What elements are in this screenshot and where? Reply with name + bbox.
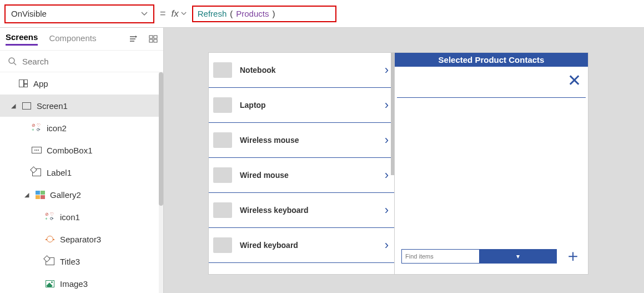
fx-label[interactable]: fx xyxy=(172,8,187,19)
screen-icon xyxy=(22,102,31,110)
gallery-item[interactable]: Notebook › xyxy=(209,53,394,88)
tree-search[interactable] xyxy=(0,50,163,72)
tree-options-icon[interactable] xyxy=(129,35,138,43)
tree-panel: Screens Components App ◢ xyxy=(0,28,164,293)
tab-components[interactable]: Components xyxy=(49,33,96,45)
gallery-item[interactable]: Wireless mouse › xyxy=(209,123,394,158)
design-canvas[interactable]: Notebook › Laptop › Wireless mouse › Wir… xyxy=(164,28,644,293)
tree-view: App ◢ Screen1 ⊘♡+⟳ icon2 ComboBox1 Label… xyxy=(0,72,163,293)
tree-item-combobox1[interactable]: ComboBox1 xyxy=(0,139,163,161)
chevron-right-icon[interactable]: › xyxy=(385,133,389,147)
combobox-placeholder: Find items xyxy=(402,253,479,260)
product-thumb xyxy=(213,97,232,113)
svg-rect-3 xyxy=(154,39,157,42)
app-icon xyxy=(19,80,28,87)
detail-header: Selected Product Contacts xyxy=(395,53,588,67)
chevron-right-icon[interactable]: › xyxy=(385,63,389,77)
formula-token-func: Refresh xyxy=(198,9,227,18)
label-icon xyxy=(46,257,54,265)
formula-token-arg: Products xyxy=(236,9,269,18)
tree-item-gallery2[interactable]: ◢ Gallery2 xyxy=(0,183,163,206)
collapse-icon[interactable]: ◢ xyxy=(10,102,17,110)
gallery2-preview[interactable]: Notebook › Laptop › Wireless mouse › Wir… xyxy=(209,53,395,274)
svg-rect-2 xyxy=(149,39,153,42)
image-icon xyxy=(46,280,54,287)
detail-panel: Selected Product Contacts ✕ Find items ▾… xyxy=(395,53,588,274)
separator-icon xyxy=(46,236,54,242)
tree-item-label1[interactable]: Label1 xyxy=(0,161,163,183)
product-thumb xyxy=(213,132,232,148)
tree-tabs: Screens Components xyxy=(0,28,163,50)
app-preview: Notebook › Laptop › Wireless mouse › Wir… xyxy=(208,52,588,275)
chevron-right-icon[interactable]: › xyxy=(385,168,389,182)
close-icon[interactable]: ✕ xyxy=(567,71,581,90)
tree-scrollbar[interactable] xyxy=(159,72,163,293)
svg-line-5 xyxy=(14,63,16,65)
tree-item-screen1[interactable]: ◢ Screen1 xyxy=(0,95,163,117)
label-icon xyxy=(32,168,41,176)
chevron-down-icon xyxy=(141,12,148,16)
gallery-item[interactable]: Wireless keyboard › xyxy=(209,193,394,228)
tab-screens[interactable]: Screens xyxy=(6,32,38,46)
property-value: OnVisible xyxy=(11,9,47,18)
tree-item-icon1[interactable]: ⊘♡+⟳ icon1 xyxy=(0,206,163,228)
icon-control-icon: ⊘♡+⟳ xyxy=(32,123,42,132)
chevron-right-icon[interactable]: › xyxy=(385,238,389,252)
tree-item-title3[interactable]: Title3 xyxy=(0,250,163,272)
product-thumb xyxy=(213,202,232,218)
combobox-icon xyxy=(32,147,42,153)
chevron-right-icon[interactable]: › xyxy=(385,98,389,112)
formula-bar: OnVisible = fx Refresh( Products ) xyxy=(0,0,644,28)
grid-view-icon[interactable] xyxy=(149,35,158,43)
chevron-right-icon[interactable]: › xyxy=(385,203,389,217)
separator xyxy=(397,97,586,98)
svg-rect-0 xyxy=(149,36,153,38)
search-icon xyxy=(8,57,17,66)
combobox1-preview[interactable]: Find items ▾ xyxy=(401,249,557,264)
tree-item-separator3[interactable]: Separator3 xyxy=(0,228,163,250)
formula-input[interactable]: Refresh( Products ) xyxy=(192,6,336,22)
svg-point-4 xyxy=(9,58,14,63)
product-thumb xyxy=(213,62,232,78)
svg-rect-1 xyxy=(154,36,157,38)
tree-item-image3[interactable]: Image3 xyxy=(0,272,163,293)
gallery-icon xyxy=(36,191,45,199)
collapse-icon[interactable]: ◢ xyxy=(23,191,30,198)
gallery-item[interactable]: Wired mouse › xyxy=(209,158,394,193)
icon-control-icon: ⊘♡+⟳ xyxy=(45,212,55,221)
property-dropdown[interactable]: OnVisible xyxy=(4,4,154,23)
equals-symbol: = xyxy=(160,8,166,19)
gallery-item[interactable]: Laptop › xyxy=(209,88,394,123)
gallery-scrollbar[interactable] xyxy=(391,53,394,175)
tree-item-app[interactable]: App xyxy=(0,72,163,95)
product-thumb xyxy=(213,237,232,253)
gallery-item[interactable]: Wired keyboard › xyxy=(209,228,394,263)
product-thumb xyxy=(213,167,232,183)
add-icon[interactable]: ＋ xyxy=(565,245,581,267)
search-input[interactable] xyxy=(22,57,155,66)
tree-item-icon2[interactable]: ⊘♡+⟳ icon2 xyxy=(0,117,163,139)
scrollbar-thumb[interactable] xyxy=(159,72,163,206)
chevron-down-icon[interactable]: ▾ xyxy=(479,250,556,263)
